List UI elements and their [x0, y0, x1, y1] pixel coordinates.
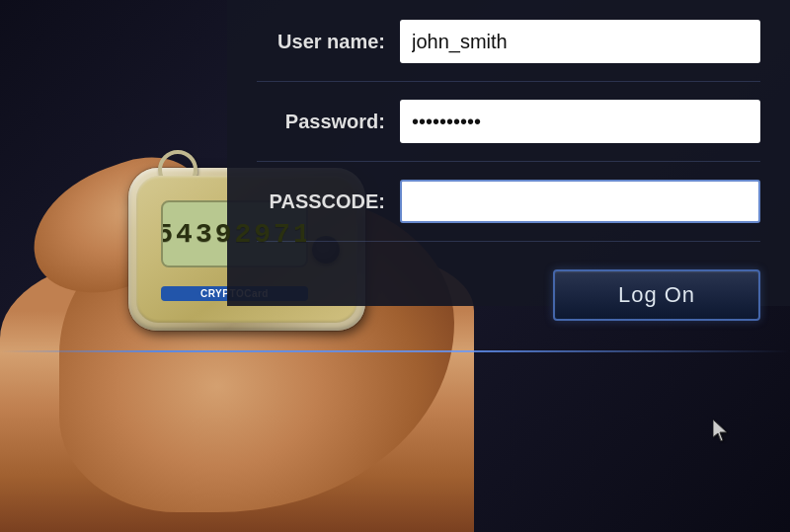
passcode-row: PASSCODE:	[257, 180, 760, 242]
passcode-input[interactable]	[400, 180, 760, 223]
password-row: Password:	[257, 100, 760, 162]
blue-scan-line	[0, 350, 790, 352]
svg-marker-0	[713, 419, 727, 441]
username-row: User name:	[257, 20, 760, 82]
mouse-cursor	[713, 419, 731, 445]
logon-row: Log On	[257, 260, 760, 321]
password-label: Password:	[257, 111, 400, 133]
passcode-label: PASSCODE:	[257, 190, 400, 213]
password-input[interactable]	[400, 100, 760, 143]
lcd-code: 54392971	[161, 219, 308, 250]
username-input[interactable]	[400, 20, 760, 63]
logon-button[interactable]: Log On	[553, 269, 760, 321]
username-label: User name:	[257, 31, 400, 53]
login-panel: User name: Password: PASSCODE: Log On	[227, 0, 790, 306]
